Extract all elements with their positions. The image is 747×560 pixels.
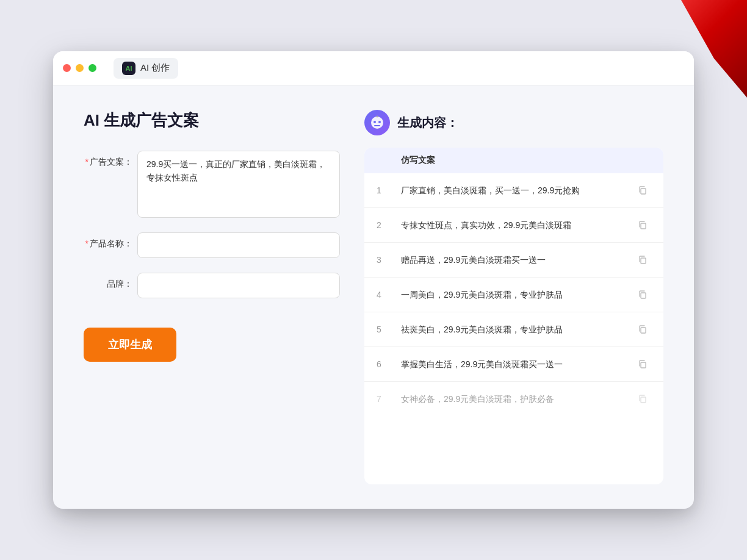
svg-rect-9 bbox=[641, 293, 646, 298]
ad-copy-form-group: *广告文案： 29.9买一送一，真正的厂家直销，美白淡斑霜，专抹女性斑点 bbox=[84, 151, 340, 218]
result-text: 祛斑美白，29.9元美白淡斑霜，专业护肤品 bbox=[401, 323, 634, 336]
browser-window: AI AI 创作 AI 生成广告文案 *广告文案： 29.9买一送一，真正的厂家… bbox=[53, 51, 694, 509]
result-item: 5祛斑美白，29.9元美白淡斑霜，专业护肤品 bbox=[364, 312, 663, 347]
copy-button[interactable] bbox=[634, 286, 651, 303]
robot-svg bbox=[369, 114, 386, 131]
result-number: 4 bbox=[377, 290, 401, 300]
svg-rect-8 bbox=[641, 258, 646, 264]
svg-rect-6 bbox=[641, 188, 646, 194]
product-name-form-group: *产品名称： 美白淡斑霜 bbox=[84, 232, 340, 258]
svg-rect-3 bbox=[374, 125, 380, 126]
active-tab[interactable]: AI AI 创作 bbox=[114, 58, 178, 79]
result-text: 厂家直销，美白淡斑霜，买一送一，29.9元抢购 bbox=[401, 184, 634, 197]
tab-title: AI 创作 bbox=[140, 62, 170, 74]
brand-input[interactable]: 好白 bbox=[137, 273, 340, 298]
result-text: 专抹女性斑点，真实功效，29.9元美白淡斑霜 bbox=[401, 219, 634, 232]
result-number: 2 bbox=[377, 220, 401, 230]
result-item: 2专抹女性斑点，真实功效，29.9元美白淡斑霜 bbox=[364, 208, 663, 243]
col-content-header: 仿写文案 bbox=[401, 155, 632, 166]
copy-button[interactable] bbox=[634, 251, 651, 268]
ai-tab-icon: AI bbox=[122, 62, 135, 75]
product-name-label: *产品名称： bbox=[84, 232, 132, 249]
main-content: AI 生成广告文案 *广告文案： 29.9买一送一，真正的厂家直销，美白淡斑霜，… bbox=[53, 85, 694, 509]
robot-icon bbox=[364, 110, 390, 135]
ad-copy-textarea[interactable]: 29.9买一送一，真正的厂家直销，美白淡斑霜，专抹女性斑点 bbox=[137, 151, 340, 218]
result-header: 生成内容： bbox=[364, 110, 663, 135]
result-text: 掌握美白生活，29.9元美白淡斑霜买一送一 bbox=[401, 358, 634, 371]
svg-point-1 bbox=[374, 121, 376, 123]
svg-point-5 bbox=[377, 116, 378, 118]
title-bar: AI AI 创作 bbox=[53, 51, 694, 85]
result-number: 7 bbox=[377, 394, 401, 404]
results-list: 1厂家直销，美白淡斑霜，买一送一，29.9元抢购 2专抹女性斑点，真实功效，29… bbox=[364, 173, 663, 416]
maximize-button[interactable] bbox=[88, 64, 96, 72]
copy-button[interactable] bbox=[634, 390, 651, 407]
result-number: 3 bbox=[377, 255, 401, 265]
svg-rect-7 bbox=[641, 223, 646, 229]
brand-form-group: 品牌： 好白 bbox=[84, 273, 340, 298]
traffic-lights bbox=[63, 64, 96, 72]
svg-rect-10 bbox=[641, 328, 646, 333]
result-item: 1厂家直销，美白淡斑霜，买一送一，29.9元抢购 bbox=[364, 173, 663, 208]
result-item: 7女神必备，29.9元美白淡斑霜，护肤必备 bbox=[364, 382, 663, 416]
generate-button[interactable]: 立即生成 bbox=[84, 328, 176, 362]
result-item: 6掌握美白生活，29.9元美白淡斑霜买一送一 bbox=[364, 347, 663, 382]
svg-point-2 bbox=[378, 121, 381, 123]
copy-button[interactable] bbox=[634, 321, 651, 338]
result-number: 6 bbox=[377, 359, 401, 369]
ad-copy-label: *广告文案： bbox=[84, 151, 132, 168]
required-star-ad-copy: * bbox=[85, 157, 88, 167]
results-header-row: 仿写文案 bbox=[364, 148, 663, 173]
svg-rect-11 bbox=[641, 362, 646, 368]
brand-label: 品牌： bbox=[84, 273, 132, 290]
required-star-product: * bbox=[85, 239, 88, 248]
results-container: 仿写文案 1厂家直销，美白淡斑霜，买一送一，29.9元抢购 2专抹女性斑点，真实… bbox=[364, 148, 663, 484]
result-number: 1 bbox=[377, 185, 401, 195]
result-title: 生成内容： bbox=[397, 115, 458, 131]
right-panel: 生成内容： 仿写文案 1厂家直销，美白淡斑霜，买一送一，29.9元抢购 2专抹女… bbox=[364, 110, 663, 484]
copy-button[interactable] bbox=[634, 356, 651, 373]
copy-button[interactable] bbox=[634, 217, 651, 234]
result-item: 3赠品再送，29.9元美白淡斑霜买一送一 bbox=[364, 243, 663, 278]
result-number: 5 bbox=[377, 325, 401, 334]
copy-button[interactable] bbox=[634, 182, 651, 199]
result-text: 女神必备，29.9元美白淡斑霜，护肤必备 bbox=[401, 393, 634, 406]
svg-rect-12 bbox=[641, 397, 646, 403]
minimize-button[interactable] bbox=[76, 64, 84, 72]
result-text: 赠品再送，29.9元美白淡斑霜买一送一 bbox=[401, 254, 634, 267]
result-text: 一周美白，29.9元美白淡斑霜，专业护肤品 bbox=[401, 289, 634, 301]
result-item: 4一周美白，29.9元美白淡斑霜，专业护肤品 bbox=[364, 278, 663, 312]
close-button[interactable] bbox=[63, 64, 71, 72]
left-panel: AI 生成广告文案 *广告文案： 29.9买一送一，真正的厂家直销，美白淡斑霜，… bbox=[84, 110, 340, 484]
product-name-input[interactable]: 美白淡斑霜 bbox=[137, 232, 340, 258]
page-title: AI 生成广告文案 bbox=[84, 110, 340, 131]
